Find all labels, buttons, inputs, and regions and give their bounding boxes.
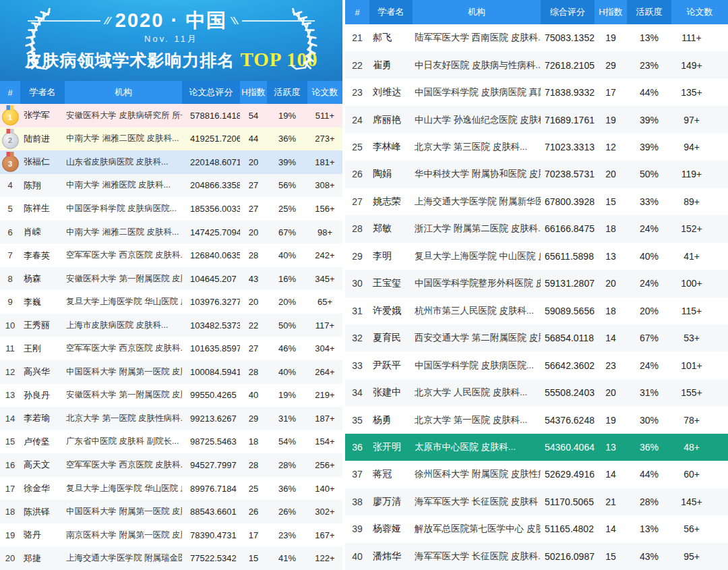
table-row[interactable]: 37 蒋冠 徐州医科大学 附属医院 皮肤性病... 52629.4916 14 … xyxy=(345,461,728,488)
table-row[interactable]: 7 李春英 空军军医大学 西京医院 皮肤科... 126840.0635 28 … xyxy=(0,244,342,267)
rank-cell: 39 xyxy=(345,523,369,534)
table-row[interactable]: 4 陈翔 中南大学 湘雅医院 皮肤科... 204866.3358 27 56%… xyxy=(0,174,342,198)
table-row[interactable]: 18 陈洪铎 中国医科大学 附属第一医院 皮肤... 88543.6601 26… xyxy=(0,500,342,523)
rank-cell: 25 xyxy=(345,142,369,152)
activity-value: 20% xyxy=(627,306,671,316)
score-value: 147425.7094 xyxy=(182,227,240,237)
table-row[interactable]: 16 高天文 空军军医大学 西京医院 皮肤科... 94527.7997 28 … xyxy=(0,453,342,477)
institution: 陆军军医大学 西南医院 皮肤科... xyxy=(413,32,541,44)
rank-cell: 13 xyxy=(0,390,20,400)
scholar-name: 陈翔 xyxy=(20,179,65,192)
activity-value: 24% xyxy=(627,223,671,234)
rank-cell: 22 xyxy=(345,60,369,71)
table-row[interactable]: 3 张福仁 山东省皮肤病医院 皮肤科... 220148.6071 20 39%… xyxy=(0,150,342,174)
table-row[interactable]: 33 尹跃平 中国医学科学院 皮肤病医院... 56642.3602 23 24… xyxy=(345,351,728,378)
score-value: 56854.0118 xyxy=(541,333,595,343)
table-row[interactable]: 34 张建中 北京大学 人民医院 皮肤科... 55508.2403 20 31… xyxy=(345,379,728,406)
table-row[interactable]: 35 杨勇 北京大学 第一医院 皮肤科... 54376.6248 19 30%… xyxy=(345,406,728,433)
table-row[interactable]: 14 李若瑜 北京大学 第一医院 皮肤性病科... 99213.6267 29 … xyxy=(0,407,342,430)
score-value: 67800.3928 xyxy=(541,196,595,207)
table-row[interactable]: 22 崔勇 中日友好医院 皮肤病与性病科... 72618.2105 29 23… xyxy=(345,51,728,78)
activity-value: 67% xyxy=(267,227,307,237)
column-header-4: H指数 xyxy=(595,0,627,24)
h-index-value: 18 xyxy=(240,436,267,447)
table-row[interactable]: 1 张学军 安徽医科大学 皮肤病研究所 所长... 578816.1418 54… xyxy=(0,104,342,127)
table-row[interactable]: 13 孙良丹 安徽医科大学 第一附属医院 皮肤... 99550.4265 40… xyxy=(0,384,342,407)
table-row[interactable]: 40 潘炜华 海军军医大学 长征医院 皮肤科... 50216.0987 15 … xyxy=(345,543,728,570)
table-row[interactable]: 21 郝飞 陆军军医大学 西南医院 皮肤科... 75083.1352 19 1… xyxy=(345,24,728,51)
score-value: 50216.0987 xyxy=(541,551,595,562)
score-value: 98725.5463 xyxy=(182,436,240,447)
table-row[interactable]: 20 郑捷 上海交通大学医学院 附属瑞金医院... 77522.5342 15 … xyxy=(0,546,342,570)
table-row[interactable]: 36 张开明 太原市中心医院 皮肤科... 54360.4064 13 36% … xyxy=(345,434,728,461)
h-index-value: 13 xyxy=(595,251,627,262)
activity-value: 23% xyxy=(267,530,307,540)
table-row[interactable]: 12 高兴华 中国医科大学 附属第一医院 皮肤... 100084.5941 2… xyxy=(0,360,342,384)
table-row[interactable]: 26 陶娟 华中科技大学 附属协和医院 皮肤... 70238.5731 20 … xyxy=(345,161,728,188)
table-row[interactable]: 6 肖嵘 中南大学 湘雅二医院 皮肤科... 147425.7094 20 67… xyxy=(0,221,342,244)
institution: 中国医学科学院 皮肤病医院 真菌... xyxy=(413,86,541,98)
activity-value: 46% xyxy=(267,343,307,353)
activity-value: 16% xyxy=(267,274,307,284)
table-row[interactable]: 29 李明 复旦大学上海医学院 中山医院 皮... 65611.5898 13 … xyxy=(345,243,728,270)
table-row[interactable]: 9 李巍 复旦大学上海医学院 华山医院 皮... 103976.3277 20 … xyxy=(0,290,342,314)
decorative-ticks-right xyxy=(233,17,237,24)
score-value: 77522.5342 xyxy=(182,553,240,563)
table-row[interactable]: 11 王刚 空军军医大学 西京医院 皮肤科... 101635.8597 27 … xyxy=(0,337,342,360)
rank-cell: 38 xyxy=(345,496,369,507)
table-row[interactable]: 31 许爱娥 杭州市第三人民医院 皮肤科... 59089.5656 18 20… xyxy=(345,297,728,324)
table-row[interactable]: 27 姚志荣 上海交通大学医学院 附属新华医院... 67800.3928 15… xyxy=(345,188,728,215)
score-value: 185356.0033 xyxy=(182,204,240,214)
paper-count: 304+ xyxy=(307,343,342,353)
table-row[interactable]: 19 骆丹 南京医科大学 附属第一医院 皮肤... 78390.4731 17 … xyxy=(0,523,342,547)
score-value: 71838.9332 xyxy=(541,87,595,98)
table-row[interactable]: 24 席丽艳 中山大学 孙逸仙纪念医院 皮肤科... 71689.1761 19… xyxy=(345,106,728,133)
activity-value: 50% xyxy=(627,169,671,179)
table-row[interactable]: 15 卢传坚 广东省中医院 皮肤科 副院长... 98725.5463 18 5… xyxy=(0,430,342,454)
paper-count: 181+ xyxy=(307,157,342,167)
activity-value: 43% xyxy=(627,551,671,562)
institution: 安徽医科大学 第一附属医院 皮肤... xyxy=(65,273,182,285)
paper-count: 119+ xyxy=(671,169,712,179)
score-value: 54360.4064 xyxy=(541,442,595,453)
column-header-1: 学者名 xyxy=(369,0,413,24)
table-row[interactable]: 2 陆前进 中南大学 湘雅二医院 皮肤科... 419251.7206 44 3… xyxy=(0,127,342,151)
banner-date: Nov. 11月 xyxy=(24,34,317,45)
table-row[interactable]: 39 杨蓉娅 解放军总医院第七医学中心 皮肤科... 51165.4802 14… xyxy=(345,515,728,542)
h-index-value: 21 xyxy=(595,496,627,507)
table-row[interactable]: 32 夏育民 西安交通大学 第二附属医院 皮肤... 56854.0118 14… xyxy=(345,324,728,351)
score-value: 52629.4916 xyxy=(541,469,595,480)
right-table-body: 21 郝飞 陆军军医大学 西南医院 皮肤科... 75083.1352 19 1… xyxy=(345,24,728,570)
table-row[interactable]: 5 陈祥生 中国医学科学院 皮肤病医院... 185356.0033 27 25… xyxy=(0,197,342,221)
table-row[interactable]: 17 徐金华 复旦大学上海医学院 华山医院 皮... 89976.7184 25… xyxy=(0,477,342,501)
table-row[interactable]: 30 王宝玺 中国医学科学院整形外科医院 皮肤... 59131.2807 20… xyxy=(345,270,728,297)
activity-value: 39% xyxy=(627,142,671,152)
table-row[interactable]: 28 郑敏 浙江大学 附属第二医院 皮肤科... 66166.8475 18 2… xyxy=(345,215,728,242)
scholar-name: 崔勇 xyxy=(369,59,413,72)
activity-value: 23% xyxy=(627,60,671,71)
table-row[interactable]: 8 杨森 安徽医科大学 第一附属医院 皮肤... 104645.207 43 1… xyxy=(0,267,342,291)
scholar-name: 陶娟 xyxy=(369,168,413,180)
table-row[interactable]: 10 王秀丽 上海市皮肤病医院 皮肤科... 103482.5373 22 50… xyxy=(0,314,342,337)
table-row[interactable]: 38 廖万清 海军军医大学 长征医院 皮肤科 工... 51170.5065 2… xyxy=(345,488,728,515)
paper-count: 511+ xyxy=(307,111,342,121)
institution: 华中科技大学 附属协和医院 皮肤... xyxy=(413,168,541,180)
rank-cell: 28 xyxy=(345,223,369,234)
paper-count: 167+ xyxy=(307,530,342,540)
paper-count: 117+ xyxy=(307,320,342,331)
score-value: 99550.4265 xyxy=(182,390,240,400)
paper-count: 256+ xyxy=(307,460,342,470)
scholar-name: 张建中 xyxy=(369,387,413,399)
h-index-value: 20 xyxy=(240,297,267,307)
table-row[interactable]: 23 刘维达 中国医学科学院 皮肤病医院 真菌... 71838.9332 17… xyxy=(345,79,728,106)
scholar-name: 骆丹 xyxy=(20,529,65,541)
h-index-value: 14 xyxy=(595,523,627,534)
score-value: 220148.6071 xyxy=(182,157,240,167)
scholar-name: 潘炜华 xyxy=(369,550,413,563)
column-header-0: # xyxy=(0,81,20,104)
activity-value: 56% xyxy=(267,180,307,190)
institution: 中国医科大学 附属第一医院 皮肤... xyxy=(65,506,182,517)
table-row[interactable]: 25 李林峰 北京大学 第三医院 皮肤科... 71023.3313 12 39… xyxy=(345,134,728,161)
h-index-value: 20 xyxy=(595,169,627,179)
activity-value: 24% xyxy=(627,360,671,371)
